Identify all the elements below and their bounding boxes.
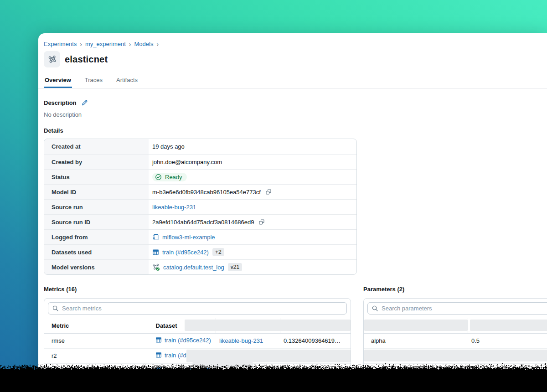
dataset-link-text: train (#d95ce242) [162,249,209,256]
model-page-window: Experiments › my_experiment › Models › e… [38,33,547,392]
loading-skeleton-bar [364,350,547,361]
table-grid-icon [155,352,162,358]
model-icon [44,51,60,67]
model-version-link-text: catalog.default.test_log [163,264,224,271]
created-at-value: 19 days ago [152,143,185,150]
metric-source-run-link[interactable]: likeable-bug-231 [219,337,263,344]
bottom-black-band [0,380,547,392]
detail-row-status: Status Ready [44,169,356,184]
metrics-searchbox [48,302,347,315]
metric-value: 0.13264009364619… [280,333,351,348]
table-grid-icon [155,367,162,373]
search-icon [52,305,59,312]
detail-row-source-run-id: Source run ID 2a9efd104ab64d75adcf3a0814… [44,214,356,229]
dataset-link[interactable]: train (#d95ce242) [152,249,209,256]
details-table: Created at 19 days ago Created by john.d… [44,139,357,275]
parameter-value: 0.5 [468,333,547,348]
description-empty-text: No description [44,111,547,118]
check-circle-icon [155,174,162,181]
tab-traces[interactable]: Traces [84,77,103,88]
detail-label: Created by [44,155,149,169]
logged-from-text: mlflow3-ml-example [162,234,215,241]
copy-icon [265,189,272,195]
metrics-heading: Metrics (16) [44,286,351,293]
loading-skeleton-bar [364,320,468,331]
edit-description-button[interactable] [80,98,89,107]
detail-row-datasets-used: Datasets used train (#d95ce242) +2 [44,244,356,259]
metric-dataset-link[interactable]: train (#d95ce242) [155,367,211,374]
description-heading: Description [44,99,77,106]
chevron-right-icon: › [129,41,131,47]
search-metrics-input[interactable] [62,305,343,312]
model-version-icon [152,263,160,271]
metric-source-run-link[interactable]: likeable-bug-231 [219,367,263,374]
breadcrumb-models[interactable]: Models [134,41,153,47]
table-grid-icon [155,337,162,343]
detail-label: Logged from [44,230,149,244]
chevron-right-icon: › [156,41,159,47]
tab-bar: Overview Traces Artifacts [38,67,547,88]
parameters-heading: Parameters (2) [363,286,547,293]
created-by-value: john.doe@aicompany.com [152,159,222,165]
metric-row-rmse: rmse train (#d95ce242) likeable-bug-231 … [44,333,351,348]
detail-label: Created at [44,139,149,154]
detail-row-source-run: Source run likeable-bug-231 [44,199,356,214]
table-grid-icon [152,249,159,256]
more-datasets-badge[interactable]: +2 [212,248,224,256]
detail-row-model-versions: Model versions catalog.default.test_log … [44,259,356,274]
source-run-link[interactable]: likeable-bug-231 [152,204,196,211]
metric-dataset-link[interactable]: train (#d95ce242) [155,337,211,344]
search-parameters-input[interactable] [382,305,547,312]
chevron-right-icon: › [80,41,82,47]
metric-name: rmse [44,333,152,348]
logged-from-link[interactable]: mlflow3-ml-example [152,234,215,241]
copy-icon [258,219,265,225]
status-badge: Ready [152,173,187,181]
metric-dataset-text: train (#d95ce242) [165,337,211,344]
notebook-icon [152,234,159,241]
detail-row-created-by: Created by john.doe@aicompany.com [44,154,356,169]
breadcrumb-my-experiment[interactable]: my_experiment [85,41,126,47]
metrics-parameters-section: Metrics (16) Metric Dataset [44,286,547,392]
detail-label: Status [44,170,149,184]
metric-value: 0.32091582760376… [280,363,351,378]
parameter-row-alpha: alpha 0.5 [364,333,547,348]
copy-model-id-button[interactable] [264,188,273,196]
source-run-id-value: 2a9efd104ab64d75adcf3a0814686ed9 [152,219,254,226]
metrics-panel: Metric Dataset rmse trai [44,298,351,392]
tab-artifacts[interactable]: Artifacts [115,77,139,88]
details-heading: Details [44,127,547,134]
title-bar: elasticnet [38,47,547,67]
parameters-panel: alpha 0.5 [363,298,547,392]
detail-label: Source run [44,200,149,214]
detail-row-created-at: Created at 19 days ago [44,139,356,154]
detail-label: Source run ID [44,215,149,229]
copy-source-run-id-button[interactable] [258,218,266,226]
breadcrumb-experiments[interactable]: Experiments [44,41,77,47]
loading-skeleton-bar [186,350,351,362]
pencil-icon [81,99,88,106]
breadcrumb: Experiments › my_experiment › Models › [38,33,547,47]
loading-skeleton-bar [470,320,547,331]
page-title: elasticnet [65,54,108,65]
version-badge: v21 [228,263,242,271]
metric-dataset-text: train (#d95ce242) [165,367,211,374]
tab-overview[interactable]: Overview [44,77,72,88]
search-icon [372,305,378,312]
parameter-name: alpha [364,333,468,348]
detail-row-model-id: Model ID m-b3e6e6d0fb9348cab96105ea54e77… [44,184,356,199]
metric-name: mae [44,363,152,378]
parameters-searchbox [367,302,547,315]
model-version-link[interactable]: catalog.default.test_log [152,263,224,271]
detail-label: Model versions [44,260,149,274]
model-id-value: m-b3e6e6d0fb9348cab96105ea54e773cf [152,189,261,196]
detail-label: Datasets used [44,245,149,259]
detail-label: Model ID [44,185,149,199]
loading-skeleton-bar [192,362,253,367]
metric-name: r2 [44,348,152,363]
status-text: Ready [165,174,182,181]
metric-column-header: Metric [44,318,152,333]
detail-row-logged-from: Logged from mlflow3-ml-example [44,229,356,244]
loading-skeleton-bar [185,320,351,331]
